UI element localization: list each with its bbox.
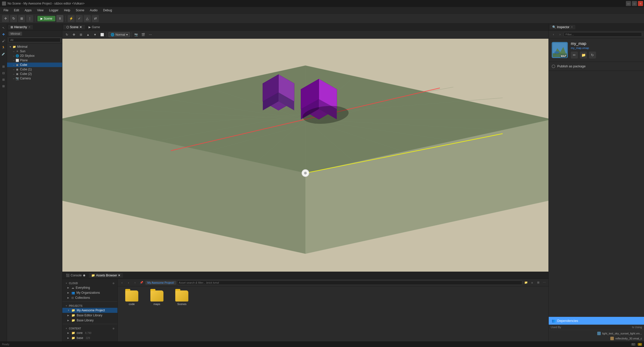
- close-button[interactable]: ✕: [638, 1, 643, 6]
- toolbar-snap-btn[interactable]: ✛: [2, 15, 9, 22]
- dep-item-0[interactable]: light_test_sky_sunset_light.vm...: [551, 331, 642, 336]
- hierarchy-item-sun[interactable]: – ☀ Sun: [7, 49, 62, 54]
- vp-move-btn[interactable]: ✥: [71, 32, 77, 38]
- iconbar-widgets[interactable]: ⊞: [1, 77, 6, 82]
- assets-new-folder-btn[interactable]: 📁: [523, 280, 529, 285]
- iconbar-run[interactable]: 🏃: [1, 45, 6, 50]
- menu-logger[interactable]: Logger: [47, 8, 61, 13]
- assets-everything[interactable]: ▶ ☁ Everything: [62, 285, 117, 290]
- inspector-tab[interactable]: 🔍 Inspector ✕: [550, 25, 575, 29]
- toolbar-rotate-btn[interactable]: ↻: [10, 15, 17, 22]
- toolbar-wifi-btn[interactable]: ⚡: [68, 15, 75, 22]
- scene-tab[interactable]: ⬡ Scene ✕: [63, 25, 85, 29]
- iconbar-eyedrop[interactable]: 💉: [1, 51, 6, 57]
- play-button[interactable]: ▶ Scene: [37, 16, 55, 21]
- assets-base-editor-library[interactable]: ▶ 📁 Base Editor Library: [62, 313, 117, 318]
- pause-button[interactable]: ⏸: [56, 15, 63, 22]
- vp-camera-btn[interactable]: 📷: [133, 32, 139, 38]
- assets-tab[interactable]: 📁 Assets Browser ✕: [89, 273, 123, 278]
- inspector-back-btn[interactable]: ‹: [551, 32, 556, 37]
- hierarchy-item-camera[interactable]: – 📷 Camera: [7, 76, 62, 81]
- vp-film-btn[interactable]: 🎬: [140, 32, 146, 38]
- hierarchy-item-cube2[interactable]: – ◼ Cube (2): [7, 72, 62, 76]
- assets-list-view-btn[interactable]: ≡: [529, 280, 535, 285]
- view-mode-dropdown[interactable]: 🌐 Normal ▾: [108, 32, 130, 37]
- folder-scenes[interactable]: Scenes: [172, 290, 192, 306]
- minimal-label[interactable]: Minimal: [9, 32, 22, 36]
- vp-maximize-btn[interactable]: ⬜: [99, 32, 105, 38]
- console-tab[interactable]: ⬛ Console ⏺: [63, 273, 88, 278]
- assets-options-btn[interactable]: ⋯: [541, 280, 547, 285]
- menu-help[interactable]: Help: [62, 8, 73, 13]
- game-tab[interactable]: ▶ Game: [85, 25, 103, 29]
- insp-refresh-btn[interactable]: ↻: [589, 52, 596, 59]
- menu-edit[interactable]: Edit: [11, 8, 22, 13]
- toolbar-grid-btn[interactable]: ⊞: [18, 15, 25, 22]
- vp-refresh-btn[interactable]: ↻: [64, 32, 70, 38]
- vp-grid-btn[interactable]: ⊞: [78, 32, 84, 38]
- assets-content-base[interactable]: ▶ 📁 base 229: [62, 335, 117, 340]
- assets-pin-btn[interactable]: 📌: [139, 280, 144, 285]
- content-add-btn[interactable]: ⊕: [112, 327, 114, 330]
- assets-forward-btn[interactable]: ›: [126, 280, 131, 285]
- assets-search[interactable]: [177, 280, 522, 285]
- assets-my-orgs[interactable]: ▶ 👥 My Organizations: [62, 290, 117, 295]
- menu-apps[interactable]: Apps: [22, 8, 34, 13]
- inspector-filter[interactable]: [564, 32, 642, 37]
- toolbar-more-btn[interactable]: ⋮: [26, 15, 33, 22]
- breadcrumb-path[interactable]: My Awesome Project/: [145, 281, 176, 285]
- hierarchy-item-cube1[interactable]: – ◼ Cube (1): [7, 67, 62, 72]
- publish-radio[interactable]: [552, 65, 555, 68]
- iconbar-group[interactable]: ⊟: [1, 70, 6, 76]
- menu-audio[interactable]: Audio: [87, 8, 100, 13]
- insp-edit-btn[interactable]: ✏: [571, 52, 578, 59]
- scene-tab-close[interactable]: ✕: [79, 25, 82, 29]
- content-collapse[interactable]: ▼: [65, 327, 67, 330]
- minimize-button[interactable]: —: [626, 1, 631, 6]
- vp-up-btn[interactable]: ▲: [85, 32, 91, 38]
- toolbar-share-btn[interactable]: ⇄: [92, 15, 99, 22]
- cloud-add-btn[interactable]: ⊕: [112, 282, 114, 285]
- assets-my-awesome-project[interactable]: ▼ 📁 My Awesome Project: [62, 308, 117, 313]
- projects-collapse[interactable]: ▼: [65, 305, 67, 307]
- dep-item-1[interactable]: reflectivity_30.vmat_c: [551, 336, 642, 341]
- assets-tab-close[interactable]: ✕: [118, 274, 120, 277]
- vp-more-btn[interactable]: ⋯: [147, 32, 153, 38]
- toolbar-check-btn[interactable]: ✓: [76, 15, 83, 22]
- iconbar-move[interactable]: ✥: [1, 32, 6, 37]
- assets-grid-view-btn[interactable]: ⊞: [535, 280, 541, 285]
- inspector-tab-close[interactable]: ✕: [571, 26, 573, 28]
- toolbar-triangle-btn[interactable]: △: [84, 15, 91, 22]
- iconbar-layers[interactable]: ⊞: [1, 64, 6, 69]
- hierarchy-filter[interactable]: [9, 38, 61, 42]
- inspector-forward-btn[interactable]: ›: [557, 32, 563, 37]
- iconbar-select[interactable]: ↖: [1, 25, 6, 31]
- hierarchy-tab[interactable]: ⊞ Hierarchy ✕: [8, 25, 33, 29]
- assets-back-btn[interactable]: ‹: [119, 280, 125, 285]
- menu-debug[interactable]: Debug: [101, 8, 114, 13]
- insp-folder-btn[interactable]: 📁: [580, 52, 587, 59]
- hierarchy-tab-close[interactable]: ✕: [28, 26, 30, 28]
- maximize-button[interactable]: □: [632, 1, 637, 6]
- iconbar-grid2[interactable]: ⊞: [1, 83, 6, 89]
- assets-up-btn[interactable]: ↑: [132, 280, 138, 285]
- hierarchy-item-plane[interactable]: – ⬜ Plane: [7, 58, 62, 63]
- assets-collections[interactable]: ▶ ⊟ Collections: [62, 295, 117, 300]
- menu-file[interactable]: File: [1, 8, 11, 13]
- dependencies-header[interactable]: 👥 Dependencies: [549, 317, 644, 325]
- menu-scene[interactable]: Scene: [73, 8, 87, 13]
- assets-content-core[interactable]: ▶ 📁 core 8,790: [62, 330, 117, 335]
- hierarchy-item-cube[interactable]: – ◼ Cube: [7, 63, 62, 67]
- hierarchy-item-skybox[interactable]: – 🌐 2D Skybox: [7, 54, 62, 58]
- vp-down-btn[interactable]: ▼: [92, 32, 98, 38]
- assets-base-library[interactable]: ▶ 📁 Base Library: [62, 318, 117, 323]
- folder-code[interactable]: code: [122, 290, 142, 306]
- viewport-3d[interactable]: [62, 39, 548, 272]
- iconbar-brush[interactable]: 🖌: [1, 38, 6, 44]
- console-tab-close[interactable]: ⏺: [83, 274, 86, 277]
- hierarchy-scene-root[interactable]: ▼ 📁 Minimal: [7, 44, 62, 49]
- cloud-collapse[interactable]: ▼: [65, 282, 67, 284]
- menu-view[interactable]: View: [34, 8, 46, 13]
- cube1-icon: ◼: [16, 68, 19, 71]
- folder-maps[interactable]: maps: [147, 290, 167, 306]
